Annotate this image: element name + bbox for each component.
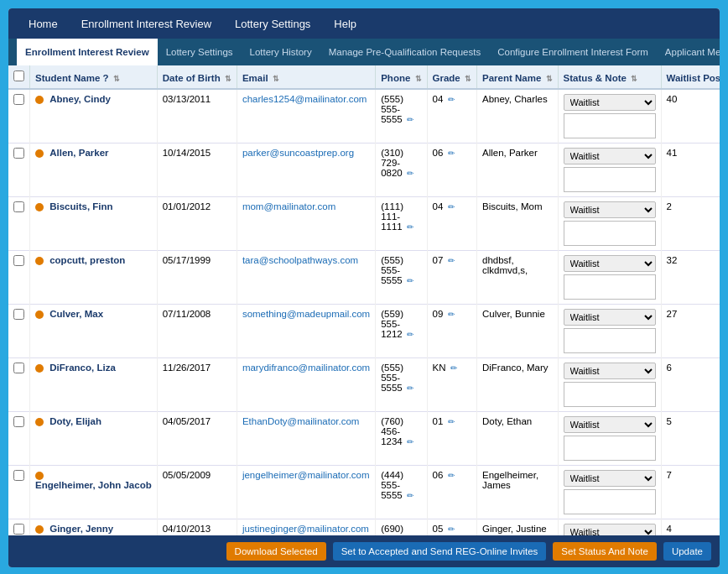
email-cell: EthanDoty@mailinator.com [237, 412, 375, 466]
status-select[interactable]: Waitlist Accepted Denied Withdrawn [564, 148, 656, 164]
email-link[interactable]: jengelheimer@mailinator.com [242, 470, 370, 480]
note-textarea[interactable] [564, 167, 656, 192]
nav-help[interactable]: Help [322, 8, 368, 39]
email-link[interactable]: charles1254@mailinator.com [242, 94, 367, 104]
grade-edit-icon[interactable]: ✏ [448, 310, 455, 319]
header-status[interactable]: Status & Note ⇅ [558, 65, 661, 89]
grade-edit-icon[interactable]: ✏ [448, 471, 455, 480]
grade-edit-icon[interactable]: ✏ [448, 149, 455, 158]
header-parent[interactable]: Parent Name ⇅ [476, 65, 558, 89]
phone-edit-icon[interactable]: ✏ [407, 330, 413, 339]
phone-edit-icon[interactable]: ✏ [407, 491, 413, 500]
note-textarea[interactable] [564, 382, 656, 407]
status-select[interactable]: Waitlist Accepted Denied Withdrawn [564, 201, 656, 218]
header-student-name[interactable]: Student Name ? ⇅ [30, 65, 158, 89]
subnav-lottery-settings[interactable]: Lottery Settings [158, 39, 242, 65]
status-select[interactable]: Waitlist Accepted Denied Withdrawn [564, 94, 656, 111]
invite-button[interactable]: Set to Accepted and Send REG-Online Invi… [333, 542, 547, 561]
row-checkbox[interactable] [13, 416, 24, 427]
status-select[interactable]: Waitlist Accepted Denied Withdrawn [564, 524, 656, 535]
subnav-enrollment-interest[interactable]: Enrollment Interest Review [17, 39, 158, 65]
nav-enrollment[interactable]: Enrollment Interest Review [70, 8, 223, 39]
table-row: Doty, Elijah 04/05/2017 EthanDoty@mailin… [8, 412, 720, 466]
status-dot [35, 418, 44, 426]
row-checkbox-cell [8, 197, 30, 251]
table-row: Culver, Max 07/11/2008 something@madeupm… [8, 305, 720, 358]
update-button[interactable]: Update [663, 542, 711, 561]
note-textarea[interactable] [564, 274, 656, 300]
student-name-cell: Doty, Elijah [30, 412, 158, 466]
row-checkbox[interactable] [13, 470, 24, 481]
status-select[interactable]: Waitlist Accepted Denied Withdrawn [564, 309, 656, 326]
phone-edit-icon[interactable]: ✏ [407, 222, 413, 232]
row-checkbox[interactable] [13, 363, 24, 373]
header-email[interactable]: Email ⇅ [237, 65, 375, 89]
email-link[interactable]: parker@suncoastprep.org [242, 148, 354, 158]
note-textarea[interactable] [564, 221, 656, 246]
header-waitlist[interactable]: Waitlist Position ⇅ [661, 65, 720, 89]
email-link[interactable]: EthanDoty@mailinator.com [242, 416, 360, 426]
grade-edit-icon[interactable]: ✏ [448, 202, 455, 211]
subnav-prequalification[interactable]: Manage Pre-Qualification Requests [320, 39, 490, 65]
status-dot [35, 310, 44, 319]
set-status-button[interactable]: Set Status And Note [553, 542, 657, 561]
email-cell: justineginger@mailinator.com [237, 519, 375, 536]
row-checkbox[interactable] [13, 524, 24, 535]
email-link[interactable]: mom@mailinator.com [242, 201, 335, 211]
student-name-cell: Culver, Max [30, 305, 158, 358]
note-textarea[interactable] [564, 489, 656, 514]
phone-cell: (555) 555-5555 ✏ [376, 89, 427, 144]
nav-lottery[interactable]: Lottery Settings [223, 8, 322, 39]
row-checkbox[interactable] [13, 94, 24, 105]
phone-edit-icon[interactable]: ✏ [407, 276, 413, 285]
status-cell: Waitlist Accepted Denied Withdrawn [558, 305, 661, 358]
phone-edit-icon[interactable]: ✏ [407, 115, 413, 124]
student-name: Biscuits, Finn [49, 201, 112, 211]
note-textarea[interactable] [564, 328, 656, 353]
phone-edit-icon[interactable]: ✏ [407, 437, 413, 446]
grade-edit-icon[interactable]: ✏ [450, 363, 457, 373]
header-grade[interactable]: Grade ⇅ [427, 65, 476, 89]
status-select[interactable]: Waitlist Accepted Denied Withdrawn [564, 255, 656, 272]
subnav-message-history[interactable]: Applicant Message History [657, 39, 720, 65]
subnav-lottery-history[interactable]: Lottery History [242, 39, 320, 65]
sort-icon: ⇅ [273, 75, 279, 83]
note-textarea[interactable] [564, 113, 656, 138]
status-select[interactable]: Waitlist Accepted Denied Withdrawn [564, 416, 656, 433]
status-cell: Waitlist Accepted Denied Withdrawn [558, 197, 661, 251]
status-cell: Waitlist Accepted Denied Withdrawn [558, 89, 661, 144]
parent-cell: DiFranco, Mary [476, 358, 558, 412]
grade-edit-icon[interactable]: ✏ [448, 95, 455, 104]
status-select[interactable]: Waitlist Accepted Denied Withdrawn [564, 470, 656, 487]
grade-edit-icon[interactable]: ✏ [448, 417, 455, 426]
phone-edit-icon[interactable]: ✏ [407, 169, 413, 178]
header-checkbox[interactable] [8, 65, 30, 89]
row-checkbox[interactable] [13, 255, 24, 266]
grade-edit-icon[interactable]: ✏ [448, 256, 455, 265]
student-name: Abney, Cindy [49, 94, 111, 104]
nav-home[interactable]: Home [17, 8, 70, 39]
email-link[interactable]: tara@schoolpathways.com [242, 255, 358, 265]
status-cell: Waitlist Accepted Denied Withdrawn [558, 412, 661, 466]
select-all-checkbox[interactable] [13, 70, 24, 81]
header-dob[interactable]: Date of Birth ⇅ [157, 65, 237, 89]
row-checkbox[interactable] [13, 148, 24, 159]
parent-cell: Doty, Ethan [476, 412, 558, 466]
student-name: Ginger, Jenny [49, 524, 113, 534]
row-checkbox[interactable] [13, 201, 24, 212]
grade-edit-icon[interactable]: ✏ [448, 524, 455, 534]
subnav-configure[interactable]: Configure Enrollment Interest Form [489, 39, 657, 65]
note-textarea[interactable] [564, 436, 656, 461]
status-dot [35, 257, 44, 265]
student-name: Allen, Parker [49, 148, 108, 158]
row-checkbox[interactable] [13, 309, 24, 320]
phone-edit-icon[interactable]: ✏ [407, 384, 413, 393]
status-select[interactable]: Waitlist Accepted Denied Withdrawn [564, 363, 656, 379]
email-link[interactable]: marydifranco@mailinator.com [242, 363, 370, 373]
header-phone[interactable]: Phone ⇅ [376, 65, 427, 89]
dob-cell: 05/05/2009 [157, 466, 237, 519]
email-link[interactable]: something@madeupmail.com [242, 309, 370, 319]
grade-cell: 07 ✏ [427, 251, 476, 305]
download-selected-button[interactable]: Download Selected [226, 542, 326, 561]
email-link[interactable]: justineginger@mailinator.com [242, 524, 369, 534]
